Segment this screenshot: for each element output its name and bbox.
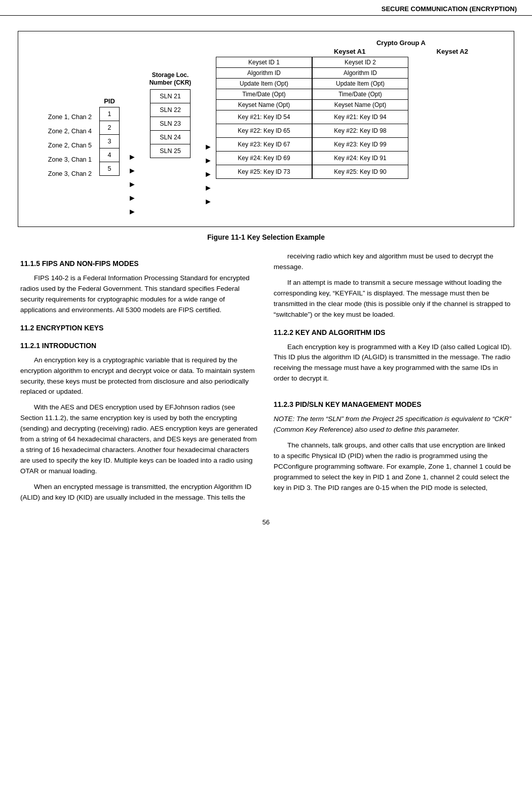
figure-container: Crypto Group A Keyset A1 Keyset A2 Zone … (20, 31, 512, 241)
pid-cell-1: 2 (99, 121, 120, 135)
arrow-2-3: ► (204, 181, 212, 195)
arrow-col-1: ► ► ► ► ► (125, 57, 140, 219)
pid-cell-4: 5 (99, 162, 120, 176)
sln-cell-4: SLN 25 (150, 144, 191, 158)
page-header: SECURE COMMUNICATION (ENCRYPTION) (0, 0, 532, 16)
pid-header: PID (104, 97, 115, 105)
arrow-1-0: ► (128, 150, 136, 164)
crypto-group-label: Crypto Group A (298, 39, 504, 47)
zone-label-3: Zone 3, Chan 1 (28, 153, 94, 167)
keyset1-data-0: Key #21: Key ID 54 (216, 110, 312, 124)
sln-cell-3: SLN 24 (150, 130, 191, 144)
section-11-2-1-p2: With the AES and DES encryption used by … (20, 402, 258, 476)
section-11-2-2-p1: Each encryption key is programmed with a… (274, 342, 512, 385)
section-11-2-3-note: NOTE: The term “SLN” from the Project 25… (274, 414, 512, 435)
keyset1-header-3: Time/Date (Opt) (216, 89, 312, 100)
keyset2-header-0: Keyset ID 2 (312, 57, 408, 68)
keyset1-data-3: Key #24: Key ID 69 (216, 151, 312, 165)
section-11-2-heading: 11.2 ENCRYPTION KEYS (20, 323, 258, 333)
section-11-2-1-p1: An encryption key is a cryptographic var… (20, 355, 258, 398)
sln-column: Storage Loc.Number (CKR) SLN 21 SLN 22 S… (140, 57, 201, 158)
left-column: 11.1.5 FIPS AND NON-FIPS MODES FIPS 140-… (20, 251, 258, 508)
keyset1-header-2: Update Item (Opt) (216, 78, 312, 89)
sln-cell-0: SLN 21 (150, 89, 191, 103)
right-p2: If an attempt is made to transmit a secu… (274, 278, 512, 320)
figure-caption: Figure 11-1 Key Selection Example (207, 233, 325, 241)
arrow-1-1: ► (128, 164, 136, 178)
keyset2-data-2: Key #23: Key ID 99 (312, 137, 408, 152)
section-11-1-5-heading: 11.1.5 FIPS AND NON-FIPS MODES (20, 258, 258, 269)
keyset2-data-4: Key #25: Key ID 90 (312, 165, 408, 179)
keyset1-header-0: Keyset ID 1 (216, 57, 312, 68)
right-column: receiving radio which key and algorithm … (274, 251, 512, 508)
keys-columns: Keyset ID 1 Algorithm ID Update Item (Op… (216, 57, 504, 179)
main-content: Crypto Group A Keyset A1 Keyset A2 Zone … (0, 16, 532, 541)
diagram-wrapper: Crypto Group A Keyset A1 Keyset A2 Zone … (28, 39, 504, 219)
sln-cell-2: SLN 23 (150, 117, 191, 131)
sln-cell-1: SLN 22 (150, 103, 191, 117)
section-11-2-2-heading: 11.2.2 KEY AND ALGORITHM IDS (274, 327, 512, 338)
text-columns: 11.1.5 FIPS AND NON-FIPS MODES FIPS 140-… (20, 251, 512, 508)
section-11-2-1-heading: 11.2.1 INTRODUCTION (20, 341, 258, 351)
pid-cell-2: 3 (99, 134, 120, 148)
pid-cell-0: 1 (99, 107, 120, 121)
section-11-1-5-p1: FIPS 140-2 is a Federal Information Proc… (20, 273, 258, 316)
keyset1-header-1: Algorithm ID (216, 67, 312, 79)
pid-column: PID 1 2 3 4 5 (94, 57, 125, 176)
section-11-2-3-heading: 11.2.3 PID/SLN KEY MANAGEMENT MODES (274, 399, 512, 410)
arrow-1-4: ► (128, 205, 136, 219)
sln-header: Storage Loc.Number (CKR) (149, 57, 192, 87)
keyset-a1-label: Keyset A1 (334, 48, 365, 55)
keys-area: Keyset ID 1 Algorithm ID Update Item (Op… (216, 57, 504, 179)
keyset2-header-1: Algorithm ID (312, 67, 408, 79)
section-11-2-3-p1: The channels, talk groups, and other cal… (274, 440, 512, 494)
arrow-1-2: ► (128, 177, 136, 192)
page-number: 56 (20, 518, 512, 531)
arrow-col-2: ► ► ► ► ► (201, 57, 216, 209)
right-p1: receiving radio which key and algorithm … (274, 251, 512, 273)
keyset2-header-4: Keyset Name (Opt) (312, 99, 408, 110)
keyset1-data-1: Key #22: Key ID 65 (216, 124, 312, 138)
arrow-2-1: ► (204, 154, 212, 168)
keyset1-header-4: Keyset Name (Opt) (216, 99, 312, 110)
zone-label-2: Zone 2, Chan 5 (28, 138, 94, 153)
zone-label-1: Zone 2, Chan 4 (28, 124, 94, 138)
header-title: SECURE COMMUNICATION (ENCRYPTION) (382, 5, 517, 13)
keyset2-header-2: Update Item (Opt) (312, 78, 408, 89)
keyset2-data-1: Key #22: Key ID 98 (312, 124, 408, 138)
keyset2-data-3: Key #24: Key ID 91 (312, 151, 408, 165)
figure-box: Crypto Group A Keyset A1 Keyset A2 Zone … (18, 31, 514, 227)
pid-cell-3: 4 (99, 148, 120, 162)
keyset2-data-0: Key #21: Key ID 94 (312, 110, 408, 124)
zone-label-4: Zone 3, Chan 2 (28, 167, 94, 181)
keyset2-header-3: Time/Date (Opt) (312, 89, 408, 100)
keyset-a2-label: Keyset A2 (437, 48, 468, 55)
arrow-2-0: ► (204, 140, 212, 154)
keyset1-data-2: Key #23: Key ID 67 (216, 137, 312, 152)
keyset-a1-column: Keyset ID 1 Algorithm ID Update Item (Op… (216, 57, 312, 179)
zone-label-0: Zone 1, Chan 2 (28, 110, 94, 124)
section-11-2-1-p3: When an encrypted message is transmitted… (20, 482, 258, 503)
diagram-grid: Zone 1, Chan 2 Zone 2, Chan 4 Zone 2, Ch… (28, 57, 504, 219)
keyset1-data-4: Key #25: Key ID 73 (216, 165, 312, 179)
arrow-2-2: ► (204, 167, 212, 181)
keyset-a2-column: Keyset ID 2 Algorithm ID Update Item (Op… (312, 57, 408, 179)
arrow-1-3: ► (128, 191, 136, 205)
zone-labels: Zone 1, Chan 2 Zone 2, Chan 4 Zone 2, Ch… (28, 57, 94, 181)
arrow-2-4: ► (204, 195, 212, 209)
